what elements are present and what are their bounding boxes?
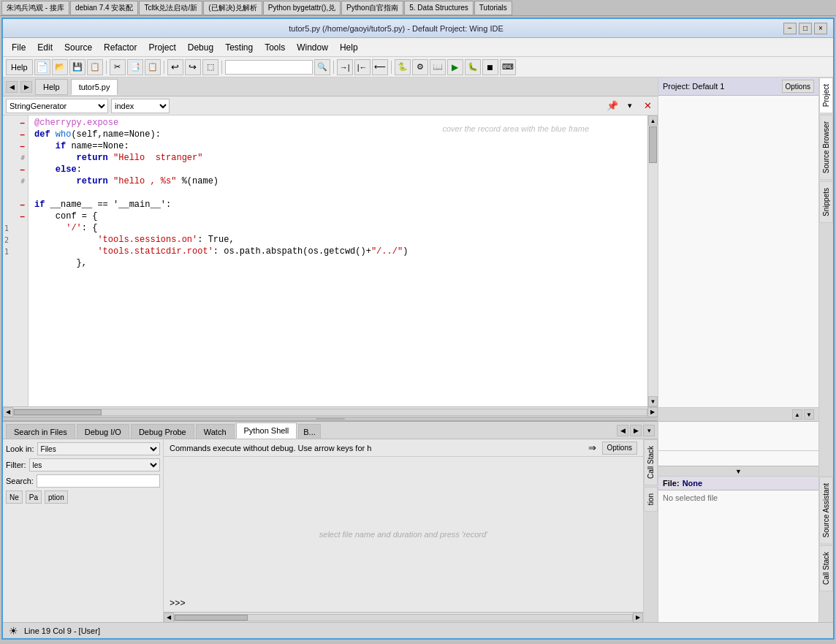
tb-terminal[interactable]: ⌨	[500, 59, 516, 75]
h-scroll-thumb[interactable]	[14, 409, 102, 415]
browser-tab-6[interactable]: Python自官指南	[341, 1, 403, 15]
close-editor-icon[interactable]: ✕	[640, 99, 655, 113]
source-assistant-vtab[interactable]: Source Assistant	[819, 477, 833, 544]
shell-options-btn[interactable]: Options	[602, 442, 637, 455]
class-selector[interactable]: StringGenerator	[6, 99, 108, 113]
tb-open[interactable]: 📂	[52, 59, 68, 75]
sa-right-vtabs: Source Assistant Call Stack	[818, 477, 833, 622]
browser-tab-4[interactable]: (已解决)兑解析	[203, 1, 262, 15]
project-tree[interactable]	[658, 96, 818, 407]
tb-undo[interactable]: ↩	[167, 59, 183, 75]
title-bar: tutor5.py (/home/gaoyi/tutor5.py) - Defa…	[3, 19, 833, 38]
shell-main[interactable]: select file name and duration and press …	[164, 457, 643, 612]
scroll-down-arrow[interactable]: ▼	[648, 396, 658, 406]
scroll-thumb[interactable]	[649, 126, 657, 163]
search-field[interactable]	[37, 474, 160, 488]
menu-refactor[interactable]: Refactor	[98, 40, 142, 55]
menu-file[interactable]: File	[6, 40, 31, 55]
look-in-select[interactable]: Files	[37, 442, 160, 455]
tb-stop[interactable]: ⏹	[482, 59, 498, 75]
browser-tab-5[interactable]: Python bygetattr(),兑	[263, 1, 341, 15]
panel-resize-arrow[interactable]: ▼	[658, 466, 818, 476]
tb-python[interactable]: 🐍	[395, 59, 411, 75]
project-title: Project: Default 1	[663, 82, 724, 91]
tb-new[interactable]: 📄	[34, 59, 50, 75]
code-editor[interactable]: cover the record area with the blue fram…	[28, 115, 647, 406]
tb-debug[interactable]: 🐛	[465, 59, 481, 75]
tab-debug-io[interactable]: Debug I/O	[77, 424, 129, 439]
tb-indent[interactable]: ⬚	[202, 59, 218, 75]
shell-scroll-thumb[interactable]	[175, 615, 248, 621]
tab-search-in-files[interactable]: Search in Files	[6, 424, 75, 439]
menu-window[interactable]: Window	[291, 40, 334, 55]
tab-nav-next[interactable]: ▶	[20, 81, 32, 93]
browser-tab-7[interactable]: 5. Data Structures	[404, 1, 474, 15]
maximize-button[interactable]: □	[799, 23, 812, 34]
help-tab[interactable]: Help	[35, 79, 68, 95]
tb-format[interactable]: ⟵	[372, 59, 388, 75]
source-browser-vtab[interactable]: Source Browser	[819, 115, 833, 180]
filter-select[interactable]: les	[29, 458, 161, 471]
tb-help[interactable]: Help	[6, 59, 33, 75]
tb-cut[interactable]: ✂	[110, 59, 126, 75]
call-stack-vtab-right[interactable]: Call Stack	[819, 545, 833, 591]
shell-h-scroll: ◀ ▶	[164, 612, 643, 622]
tb-save-as[interactable]: 📋	[87, 59, 103, 75]
tab-nav-next[interactable]: ▶	[630, 425, 642, 436]
tab-nav-prev[interactable]: ◀	[617, 425, 628, 436]
browser-tab-3[interactable]: Tcltk兑法启动/新	[139, 1, 202, 15]
tab-nav-dropdown[interactable]: ▾	[643, 425, 655, 436]
browser-tab-1[interactable]: 朱鸿兵鸿观 - 接库	[1, 1, 69, 15]
scroll-up-arrow[interactable]: ▲	[648, 115, 658, 126]
search-new-btn[interactable]: Ne	[6, 490, 23, 504]
tab-more[interactable]: B...	[298, 424, 321, 439]
menu-testing[interactable]: Testing	[219, 40, 259, 55]
scroll-right-arrow[interactable]: ▶	[647, 407, 658, 417]
tab-debug-probe[interactable]: Debug Probe	[131, 424, 194, 439]
tab-python-shell[interactable]: Python Shell	[236, 423, 297, 439]
project-vtab[interactable]: Project	[819, 77, 833, 113]
editor-tab-active[interactable]: tutor5.py	[71, 79, 118, 95]
menu-project[interactable]: Project	[142, 40, 181, 55]
menu-debug[interactable]: Debug	[182, 40, 219, 55]
tb-run-check[interactable]: ⚙	[412, 59, 428, 75]
tb-copy[interactable]: 📑	[127, 59, 143, 75]
search-option-btn[interactable]: ption	[45, 490, 68, 504]
close-button[interactable]: ×	[814, 23, 827, 34]
shell-prompt-line[interactable]: >>>	[164, 596, 643, 612]
method-selector[interactable]: index	[111, 99, 170, 113]
chevron-down-icon[interactable]: ▾	[623, 99, 637, 113]
minimize-button[interactable]: −	[783, 23, 797, 34]
tb-indent-left[interactable]: |←	[354, 59, 370, 75]
search-button[interactable]: 🔍	[314, 59, 330, 75]
code-toolbar: StringGenerator index 📌 ▾ ✕	[3, 96, 658, 115]
menu-tools[interactable]: Tools	[259, 40, 291, 55]
search-input[interactable]	[225, 60, 313, 75]
scroll-left-arrow[interactable]: ◀	[3, 407, 13, 417]
shell-scroll-left[interactable]: ◀	[164, 613, 174, 623]
call-stack-vtab[interactable]: Call Stack	[644, 439, 658, 485]
menu-help[interactable]: Help	[334, 40, 364, 55]
search-path-btn[interactable]: Pa	[26, 490, 42, 504]
shell-scroll-right[interactable]: ▶	[633, 613, 643, 623]
browser-tab-8[interactable]: Tutorials	[474, 1, 512, 15]
tb-indent-right[interactable]: →|	[337, 59, 353, 75]
tb-doc[interactable]: 📖	[430, 59, 446, 75]
project-options-btn[interactable]: Options	[782, 80, 814, 93]
menu-source[interactable]: Source	[58, 40, 98, 55]
menu-edit[interactable]: Edit	[31, 40, 58, 55]
tb-run[interactable]: ▶	[447, 59, 463, 75]
tb-redo[interactable]: ↪	[185, 59, 201, 75]
shell-export-icon[interactable]: ⇒	[588, 442, 596, 453]
tion-vtab[interactable]: tion	[644, 487, 658, 512]
tab-nav-prev[interactable]: ◀	[6, 81, 18, 93]
snippets-scroll-up[interactable]: ▲	[792, 409, 802, 420]
browser-tab-2[interactable]: debian 7.4 安装配	[70, 1, 139, 15]
snippets-vtab[interactable]: Snippets	[819, 181, 833, 223]
tb-paste[interactable]: 📋	[145, 59, 161, 75]
tb-save[interactable]: 💾	[69, 59, 86, 75]
snippets-scroll-down[interactable]: ▼	[804, 409, 814, 420]
tab-watch[interactable]: Watch	[196, 424, 235, 439]
pin-icon[interactable]: 📌	[605, 99, 620, 113]
source-assistant-panel: File: None No selected file Source Assis…	[658, 476, 833, 622]
